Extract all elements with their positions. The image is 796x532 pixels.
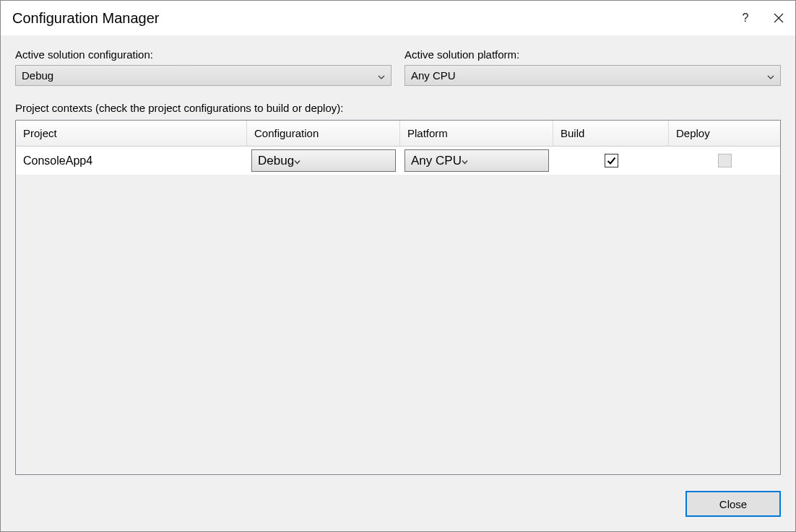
column-header-build[interactable]: Build xyxy=(553,121,669,146)
solution-config-value: Debug xyxy=(22,69,53,82)
column-header-project[interactable]: Project xyxy=(16,121,247,146)
solution-platform-value: Any CPU xyxy=(411,69,456,82)
dialog-content: Active solution configuration: Debug Act… xyxy=(1,35,795,531)
chevron-down-icon xyxy=(462,154,468,168)
build-checkbox[interactable] xyxy=(605,154,618,167)
row-platform-value: Any CPU xyxy=(411,154,462,168)
solution-config-label: Active solution configuration: xyxy=(15,48,391,61)
row-platform-dropdown[interactable]: Any CPU xyxy=(405,149,549,172)
solution-config-dropdown[interactable]: Debug xyxy=(15,65,391,86)
row-configuration-value: Debug xyxy=(258,154,294,168)
grid-body: ConsoleApp4 Debug Any CPU xyxy=(16,147,780,474)
help-button[interactable]: ? xyxy=(729,1,762,35)
table-row: ConsoleApp4 Debug Any CPU xyxy=(16,147,780,175)
checkmark-icon xyxy=(606,155,617,166)
row-configuration-dropdown[interactable]: Debug xyxy=(251,149,396,172)
deploy-checkbox xyxy=(718,154,732,167)
solution-platform-dropdown[interactable]: Any CPU xyxy=(405,65,781,86)
project-grid: Project Configuration Platform Build Dep… xyxy=(15,120,781,475)
window-title: Configuration Manager xyxy=(12,10,729,27)
column-header-configuration[interactable]: Configuration xyxy=(247,121,400,146)
titlebar: Configuration Manager ? xyxy=(1,1,795,35)
close-button[interactable]: Close xyxy=(685,491,781,517)
column-header-platform[interactable]: Platform xyxy=(400,121,553,146)
solution-platform-label: Active solution platform: xyxy=(405,48,781,61)
grid-header: Project Configuration Platform Build Dep… xyxy=(16,121,780,147)
project-contexts-label: Project contexts (check the project conf… xyxy=(15,102,781,114)
solution-selectors: Active solution configuration: Debug Act… xyxy=(15,48,781,86)
chevron-down-icon xyxy=(294,154,300,168)
cell-project-name: ConsoleApp4 xyxy=(16,147,247,175)
column-header-deploy[interactable]: Deploy xyxy=(669,121,780,146)
window-close-button[interactable] xyxy=(762,1,795,35)
chevron-down-icon xyxy=(767,69,774,82)
chevron-down-icon xyxy=(378,69,385,82)
dialog-footer: Close xyxy=(15,475,781,517)
close-icon xyxy=(774,13,784,23)
